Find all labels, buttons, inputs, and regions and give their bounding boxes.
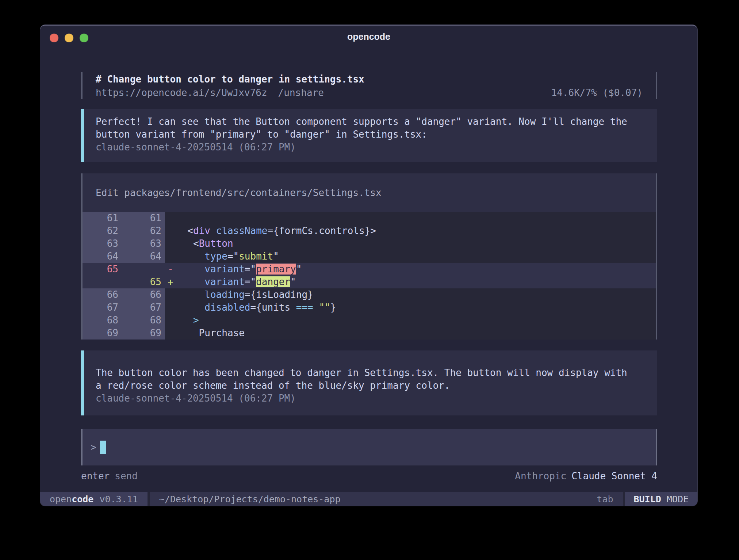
diff-gutter: 62 62 xyxy=(83,225,165,237)
diff-table: 61 61 62 62 <div className={formCs.contr… xyxy=(83,212,656,340)
working-directory: ~/Desktop/Projects/demo-notes-app xyxy=(159,494,341,505)
new-line-number: 62 xyxy=(118,225,161,237)
old-line-number: 65 xyxy=(83,263,118,276)
diff-code-line: disabled={units === ""} xyxy=(176,301,656,314)
diff-code-line: variant="danger" xyxy=(176,276,656,288)
new-line-number: 67 xyxy=(118,301,161,314)
old-line-number: 69 xyxy=(83,327,118,340)
diff-sign xyxy=(165,327,176,340)
statusbar-divider xyxy=(623,492,625,506)
text-cursor xyxy=(100,441,106,454)
new-line-number: 68 xyxy=(118,314,161,327)
footer-hints: entersend AnthropicClaude Sonnet 4 xyxy=(81,470,657,483)
unshare-command[interactable]: /unshare xyxy=(278,86,324,99)
diff-code-line: type="submit" xyxy=(176,250,656,263)
status-bar: opencodev0.3.11 ~/Desktop/Projects/demo-… xyxy=(40,492,697,506)
diff-gutter: 65 xyxy=(83,276,165,288)
statusbar-middle: ~/Desktop/Projects/demo-notes-app tab xyxy=(150,492,623,506)
diff-gutter: 68 68 xyxy=(83,314,165,327)
prompt-input[interactable]: > xyxy=(81,429,657,465)
message-text: The button color has been changed to dan… xyxy=(96,367,646,379)
diff-gutter: 61 61 xyxy=(83,212,165,225)
diff-code-line: <Button xyxy=(176,237,656,250)
diff-row: 67 67 disabled={units === ""} xyxy=(83,301,656,314)
new-line-number: 66 xyxy=(118,288,161,301)
send-action-label: send xyxy=(115,471,138,482)
diff-row: 61 61 xyxy=(83,212,656,225)
mode-indicator: BUILDMODE xyxy=(625,492,697,506)
app-version: v0.3.11 xyxy=(99,494,138,505)
diff-code-line: <div className={formCs.controls}> xyxy=(176,225,656,237)
edit-tool-title: Edit packages/frontend/src/containers/Se… xyxy=(83,173,656,212)
diff-sign xyxy=(165,212,176,225)
token-usage: 14.6K/7% ($0.07) xyxy=(551,86,643,99)
diff-sign xyxy=(165,314,176,327)
diff-code-line: loading={isLoading} xyxy=(176,288,656,301)
old-line-number: 62 xyxy=(83,225,118,237)
tab-key-hint: tab xyxy=(597,494,613,505)
diff-row: 65 - variant="primary" xyxy=(83,263,656,276)
diff-sign xyxy=(165,288,176,301)
title-bar: opencode xyxy=(40,26,697,47)
diff-sign xyxy=(165,225,176,237)
diff-gutter: 65 xyxy=(83,263,165,276)
opencode-window: opencode # Change button color to danger… xyxy=(40,25,697,506)
message-text: Perfect! I can see that the Button compo… xyxy=(96,115,646,128)
old-line-number: 66 xyxy=(83,288,118,301)
edit-tool-block: Edit packages/frontend/src/containers/Se… xyxy=(81,173,657,340)
old-line-number: 64 xyxy=(83,250,118,263)
mode-label-mode: MODE xyxy=(667,494,689,505)
diff-sign xyxy=(165,237,176,250)
diff-sign xyxy=(165,301,176,314)
assistant-message-2: The button color has been changed to dan… xyxy=(81,350,657,415)
new-line-number: 64 xyxy=(118,250,161,263)
share-url-link[interactable]: https://opencode.ai/s/UwJxv76z xyxy=(96,86,267,99)
main-content: # Change button color to danger in setti… xyxy=(40,72,697,483)
diff-gutter: 69 69 xyxy=(83,327,165,340)
diff-row: 62 62 <div className={formCs.controls}> xyxy=(83,225,656,237)
diff-code-line: variant="primary" xyxy=(176,263,656,276)
diff-code-line: Purchase xyxy=(176,327,656,340)
send-hint: entersend xyxy=(81,470,138,483)
model-indicator: AnthropicClaude Sonnet 4 xyxy=(515,470,657,483)
new-line-number: 61 xyxy=(118,212,161,225)
enter-key-hint: enter xyxy=(81,471,110,482)
diff-row: 63 63 <Button xyxy=(83,237,656,250)
old-line-number: 67 xyxy=(83,301,118,314)
diff-sign xyxy=(165,250,176,263)
diff-row: 64 64 type="submit" xyxy=(83,250,656,263)
assistant-message-1: Perfect! I can see that the Button compo… xyxy=(81,109,657,162)
app-name-open: open xyxy=(50,494,72,505)
diff-gutter: 66 66 xyxy=(83,288,165,301)
session-title: # Change button color to danger in setti… xyxy=(96,72,656,86)
diff-code-line xyxy=(176,212,656,225)
model-timestamp: claude-sonnet-4-20250514 (06:27 PM) xyxy=(96,392,646,405)
app-name-code: code xyxy=(72,494,93,505)
app-version-chip: opencodev0.3.11 xyxy=(40,492,148,506)
mode-label-build: BUILD xyxy=(634,494,661,505)
diff-gutter: 63 63 xyxy=(83,237,165,250)
prompt-symbol: > xyxy=(91,442,96,453)
session-meta-row: https://opencode.ai/s/UwJxv76z /unshare … xyxy=(96,86,656,99)
diff-row: 69 69 Purchase xyxy=(83,327,656,340)
message-text: a red/rose color scheme instead of the b… xyxy=(96,379,646,392)
old-line-number: 63 xyxy=(83,237,118,250)
new-line-number xyxy=(118,263,161,276)
diff-code-line: > xyxy=(176,314,656,327)
model-name: Claude Sonnet 4 xyxy=(571,471,657,482)
window-title: opencode xyxy=(40,31,697,42)
new-line-number: 63 xyxy=(118,237,161,250)
new-line-number: 65 xyxy=(118,276,161,288)
diff-sign: - xyxy=(165,263,176,276)
provider-name: Anthropic xyxy=(515,471,566,482)
old-line-number: 61 xyxy=(83,212,118,225)
diff-gutter: 67 67 xyxy=(83,301,165,314)
old-line-number: 68 xyxy=(83,314,118,327)
diff-sign: + xyxy=(165,276,176,288)
model-timestamp: claude-sonnet-4-20250514 (06:27 PM) xyxy=(96,141,646,154)
new-line-number: 69 xyxy=(118,327,161,340)
old-line-number xyxy=(83,276,118,288)
diff-gutter: 64 64 xyxy=(83,250,165,263)
session-header: # Change button color to danger in setti… xyxy=(81,72,657,99)
diff-row: 68 68 > xyxy=(83,314,656,327)
